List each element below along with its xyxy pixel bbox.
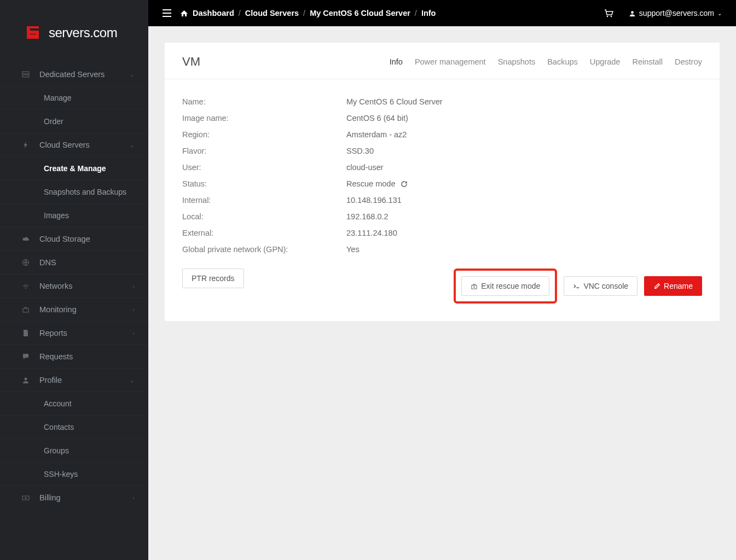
sidebar-item-label: Requests [39, 352, 73, 361]
sidebar-item-label: Reports [39, 329, 67, 337]
button-label: VNC console [583, 282, 628, 290]
info-value: Rescue mode [346, 179, 408, 188]
briefcase-icon [22, 306, 30, 313]
cart-icon[interactable] [604, 9, 613, 18]
money-icon [22, 494, 30, 501]
sidebar-item-cloud-storage[interactable]: Cloud Storage [0, 227, 148, 250]
sidebar-item-label: Profile [39, 376, 62, 384]
breadcrumb: Dashboard / Cloud Servers / My CentOS 6 … [180, 9, 436, 18]
home-icon [180, 9, 188, 18]
sidebar-sub-create-manage[interactable]: Create & Manage [0, 156, 148, 180]
globe-icon [22, 259, 30, 266]
bolt-icon [22, 141, 30, 149]
sidebar-item-dns[interactable]: DNS [0, 250, 148, 274]
sidebar-item-networks[interactable]: Networks › [0, 274, 148, 298]
sidebar-item-billing[interactable]: Billing › [0, 486, 148, 509]
signal-icon [22, 282, 30, 290]
panel-body: Name: My CentOS 6 Cloud Server Image nam… [165, 79, 720, 263]
tab-upgrade[interactable]: Upgrade [590, 57, 621, 66]
brand-logo[interactable]: servers.com [0, 0, 148, 63]
tab-reinstall[interactable]: Reinstall [632, 57, 663, 66]
medkit-icon [471, 283, 478, 290]
info-value: 10.148.196.131 [346, 196, 402, 205]
sidebar-item-requests[interactable]: Requests [0, 345, 148, 368]
info-row-local: Local: 192.168.0.2 [182, 208, 702, 225]
logo-icon [25, 25, 41, 41]
vm-tabs: Info Power management Snapshots Backups … [390, 57, 702, 66]
sidebar-sub-order[interactable]: Order [0, 109, 148, 133]
button-label: Exit rescue mode [481, 282, 540, 290]
tab-power-management[interactable]: Power management [415, 57, 486, 66]
info-row-gpn: Global private network (GPN): Yes [182, 241, 702, 258]
info-label: External: [182, 229, 346, 237]
svg-point-8 [25, 288, 26, 289]
status-text: Rescue mode [346, 179, 395, 188]
tab-snapshots[interactable]: Snapshots [498, 57, 536, 66]
chevron-down-icon: ⌄ [130, 71, 135, 78]
button-label: Rename [664, 282, 693, 290]
sidebar-nav: Dedicated Servers ⌄ Manage Order Cloud S… [0, 63, 148, 509]
breadcrumb-cloud-servers[interactable]: Cloud Servers [245, 9, 299, 18]
sidebar-item-label: Cloud Servers [39, 141, 90, 149]
chevron-down-icon: ⌄ [130, 377, 135, 384]
main-area: Dashboard / Cloud Servers / My CentOS 6 … [148, 0, 736, 560]
info-value: SSD.30 [346, 147, 374, 155]
info-label: Status: [182, 179, 346, 188]
rename-button[interactable]: Rename [644, 276, 702, 296]
info-row-user: User: cloud-user [182, 159, 702, 176]
svg-point-15 [631, 11, 634, 14]
panel-title: VM [182, 55, 200, 69]
sidebar-item-dedicated-servers[interactable]: Dedicated Servers ⌄ [0, 63, 148, 86]
refresh-icon[interactable] [401, 180, 408, 188]
tab-destroy[interactable]: Destroy [675, 57, 702, 66]
sidebar-item-monitoring[interactable]: Monitoring › [0, 298, 148, 321]
sidebar-item-reports[interactable]: Reports › [0, 321, 148, 345]
info-row-status: Status: Rescue mode [182, 176, 702, 192]
info-row-external: External: 23.111.24.180 [182, 225, 702, 241]
chevron-right-icon: › [132, 330, 135, 336]
svg-rect-4 [27, 35, 39, 37]
topbar: Dashboard / Cloud Servers / My CentOS 6 … [148, 0, 736, 26]
user-icon [22, 376, 30, 384]
highlight-annotation: Exit rescue mode [454, 269, 557, 304]
svg-point-10 [25, 378, 27, 381]
menu-toggle-icon[interactable] [163, 9, 171, 17]
info-label: Image name: [182, 114, 346, 122]
svg-point-12 [25, 497, 27, 499]
brand-name: servers.com [49, 25, 117, 40]
vm-panel: VM Info Power management Snapshots Backu… [165, 43, 720, 321]
sidebar-item-label: Monitoring [39, 305, 77, 314]
breadcrumb-server-name[interactable]: My CentOS 6 Cloud Server [310, 9, 410, 18]
tab-info[interactable]: Info [390, 57, 403, 66]
panel-actions: PTR records Exit rescue mode VNC c [165, 263, 720, 321]
sidebar-item-label: Networks [39, 282, 72, 290]
info-label: Name: [182, 97, 346, 106]
sidebar-sub-account[interactable]: Account [0, 392, 148, 415]
chevron-right-icon: › [132, 306, 135, 313]
svg-rect-5 [22, 72, 29, 74]
terminal-icon [573, 283, 580, 290]
breadcrumb-dashboard[interactable]: Dashboard [193, 9, 234, 18]
sidebar-sub-snapshots-backups[interactable]: Snapshots and Backups [0, 180, 148, 203]
info-label: Internal: [182, 196, 346, 205]
sidebar-sub-groups[interactable]: Groups [0, 439, 148, 462]
sidebar-sub-contacts[interactable]: Contacts [0, 415, 148, 439]
user-menu[interactable]: support@servers.com ⌄ [629, 9, 722, 18]
chevron-right-icon: › [132, 283, 135, 289]
vnc-console-button[interactable]: VNC console [564, 276, 638, 296]
sidebar-item-cloud-servers[interactable]: Cloud Servers ⌄ [0, 133, 148, 156]
info-value: Amsterdam - az2 [346, 130, 407, 139]
tab-backups[interactable]: Backups [547, 57, 578, 66]
svg-point-14 [611, 15, 612, 17]
info-value: CentOS 6 (64 bit) [346, 114, 408, 122]
panel-header: VM Info Power management Snapshots Backu… [165, 43, 720, 79]
server-icon [22, 71, 30, 78]
sidebar-item-profile[interactable]: Profile ⌄ [0, 368, 148, 392]
user-email: support@servers.com [639, 9, 714, 18]
chevron-down-icon: ⌄ [130, 142, 135, 149]
exit-rescue-mode-button[interactable]: Exit rescue mode [461, 276, 549, 296]
ptr-records-button[interactable]: PTR records [182, 269, 244, 288]
sidebar-sub-ssh-keys[interactable]: SSH-keys [0, 462, 148, 486]
sidebar-sub-images[interactable]: Images [0, 203, 148, 227]
sidebar-sub-manage[interactable]: Manage [0, 86, 148, 109]
